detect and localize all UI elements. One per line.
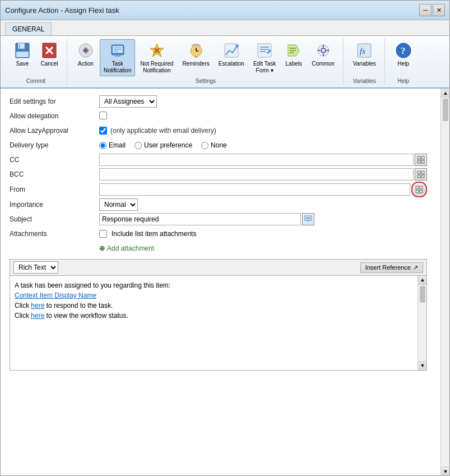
editor-scroll-thumb [420,286,425,303]
format-select[interactable]: Rich Text [13,261,58,274]
edit-task-form-label: Edit Task Form ▾ [253,61,276,74]
variables-label: Variables [353,61,376,67]
save-button[interactable]: Save [10,39,35,70]
svg-text:?: ? [401,45,406,56]
insert-ref-icon: ↗ [413,264,418,271]
ribbon-tabs: GENERAL [1,20,449,36]
main-window: Configure Action - Assign Flexi task ─ ✕… [0,0,450,476]
bcc-control [99,168,427,181]
ribbon-group-help: ? Help Help [386,38,421,85]
escalation-icon [222,41,240,59]
editor-scroll-down[interactable]: ▼ [418,361,427,370]
context-item-link[interactable]: Context Item Display Name [15,292,96,299]
edit-settings-select[interactable]: All Assignees [99,95,157,108]
editor-scroll-up[interactable]: ▲ [418,276,427,285]
subject-control [99,213,427,225]
cancel-button[interactable]: Cancel [36,39,62,70]
svg-rect-14 [115,55,120,57]
cc-input[interactable] [99,154,414,166]
reminders-label: Reminders [182,61,209,67]
allow-delegation-row: Allow delegation [10,109,427,123]
importance-row: Importance Normal High Low [10,197,427,212]
cc-browse-button[interactable] [415,154,427,166]
editor-line2: Click here to respond to the task. [15,301,415,311]
allow-delegation-label: Allow delegation [10,112,99,120]
not-required-notification-button[interactable]: Not Required Notification [136,39,177,76]
delivery-email-option[interactable]: Email [99,141,126,149]
svg-rect-40 [417,156,420,159]
delivery-none-label: None [211,141,227,149]
add-attachment-label: Add attachment [107,244,154,252]
attachments-control: Include list item attachments [99,230,427,238]
commit-group-label: Commit [26,78,45,84]
minimize-button[interactable]: ─ [419,4,432,16]
edit-task-form-button[interactable]: Edit Task Form ▾ [249,39,280,76]
from-input[interactable] [99,183,410,196]
importance-select[interactable]: Normal High Low [99,198,138,211]
edit-settings-row: Edit settings for All Assignees [10,94,427,109]
scroll-up-button[interactable]: ▲ [441,89,449,98]
add-attachment-button[interactable]: ⊕ Add attachment [99,244,154,252]
help-icon: ? [395,41,412,59]
bcc-browse-button[interactable] [415,168,427,181]
cancel-icon [40,41,58,59]
bcc-input[interactable] [99,168,414,181]
subject-input[interactable] [99,213,301,225]
editor-line1: A task has been assigned to you regardin… [15,280,415,290]
labels-button[interactable]: Labels [281,39,307,70]
insert-reference-button[interactable]: Insert Reference ↗ [360,262,423,273]
tab-general[interactable]: GENERAL [5,22,52,35]
svg-rect-47 [421,175,424,178]
help-button[interactable]: ? Help [391,39,416,70]
editor-area[interactable]: A task has been assigned to you regardin… [10,275,427,371]
ribbon: Save Cancel Commit [1,36,449,89]
scroll-thumb[interactable] [443,99,448,121]
from-browse-button[interactable] [411,182,427,197]
delivery-email-radio[interactable] [99,142,106,149]
variables-buttons: fx Variables [349,39,380,76]
add-attachment-row: ⊕ Add attachment [10,241,427,256]
svg-rect-45 [421,171,424,174]
allow-lazy-row: Allow LazyApproval (only applicable with… [10,123,427,138]
task-notification-button[interactable]: Task Notification [100,39,135,76]
ribbon-group-variables: fx Variables Variables [345,38,385,85]
close-button[interactable]: ✕ [433,4,445,16]
delivery-user-pref-option[interactable]: User preference [134,141,192,149]
help-group-label: Help [398,78,410,84]
here-link-1[interactable]: here [31,302,44,309]
svg-rect-3 [16,52,29,57]
variables-icon: fx [355,41,373,59]
allow-delegation-checkbox[interactable] [99,112,107,119]
here-link-2[interactable]: here [31,312,44,320]
common-icon [314,41,332,59]
allow-lazy-checkbox[interactable] [99,127,107,135]
reminders-button[interactable]: Reminders [178,39,213,70]
edit-settings-label: Edit settings for [10,98,99,105]
editor-scrollbar[interactable]: ▲ ▼ [417,276,426,370]
delivery-email-label: Email [109,141,126,149]
escalation-button[interactable]: Escalation [215,39,248,70]
from-row: From [10,182,427,197]
common-button[interactable]: Common [308,39,338,70]
subject-insert-button[interactable] [302,213,314,225]
rich-text-selector: Rich Text [13,261,58,274]
svg-rect-52 [305,216,312,220]
include-attachments-checkbox[interactable] [99,230,107,238]
save-label: Save [16,61,29,67]
delivery-user-pref-radio[interactable] [134,142,142,149]
commit-buttons: Save Cancel [10,39,62,76]
labels-icon [285,41,303,59]
task-notification-label: Task Notification [104,61,131,74]
svg-rect-41 [421,156,424,159]
delivery-none-option[interactable]: None [201,141,227,149]
scroll-down-button[interactable]: ▼ [441,466,449,475]
main-content: Edit settings for All Assignees Allow de… [1,89,449,475]
variables-button[interactable]: fx Variables [349,39,380,70]
cc-control [99,154,427,166]
editor-container: A task has been assigned to you regardin… [10,275,427,371]
reminders-icon [187,41,205,59]
action-button[interactable]: Action [73,39,99,70]
delivery-none-radio[interactable] [201,142,208,149]
help-label: Help [398,61,410,67]
insert-ref-label: Insert Reference [365,264,411,271]
